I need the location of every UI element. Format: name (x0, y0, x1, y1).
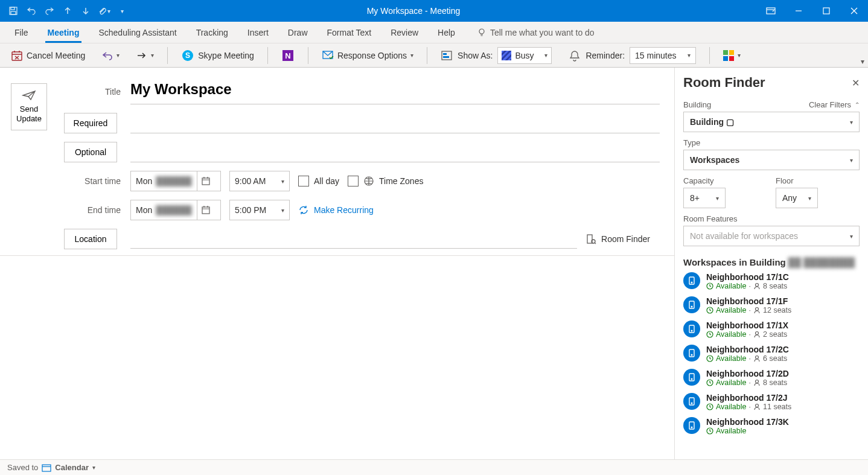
tab-tracking[interactable]: Tracking (187, 22, 238, 43)
collapse-ribbon-icon[interactable]: ▾ (861, 57, 864, 66)
ribbon-display-icon[interactable] (757, 0, 785, 22)
clock-icon (706, 379, 713, 386)
undo-icon[interactable] (23, 2, 40, 19)
workspace-name: Neighborhood 17/2C (706, 345, 789, 354)
floor-select[interactable]: Any▾ (776, 188, 818, 208)
workspace-item[interactable]: Neighborhood 17/2C Available · 6 seats (683, 345, 860, 363)
workspace-item[interactable]: Neighborhood 17/3K Available (683, 417, 860, 435)
cancel-icon (11, 49, 23, 62)
reminder-select[interactable]: 15 minutes ▾ (630, 47, 696, 64)
tab-file[interactable]: File (5, 22, 38, 43)
calendar-icon (42, 464, 51, 472)
next-item-icon[interactable] (77, 2, 94, 19)
workspace-item[interactable]: Neighborhood 17/1X Available · 2 seats (683, 320, 860, 339)
calendar-icon[interactable] (197, 200, 215, 220)
calendar-icon[interactable] (197, 171, 215, 191)
svg-text:N: N (285, 51, 290, 60)
building-label: Building (683, 100, 711, 109)
workspace-item[interactable]: Neighborhood 17/2D Available · 8 seats (683, 369, 860, 387)
show-as-select[interactable]: Busy ▾ (497, 47, 552, 64)
body-editor[interactable] (0, 255, 674, 459)
tab-insert[interactable]: Insert (238, 22, 278, 43)
minimize-icon[interactable] (785, 0, 812, 22)
workspace-item[interactable]: Neighborhood 17/2J Available · 11 seats (683, 393, 860, 411)
svg-rect-19 (443, 56, 449, 58)
building-select[interactable]: Building ▢▾ (683, 112, 860, 132)
end-time-label: End time (64, 205, 124, 215)
workspace-name: Neighborhood 17/3K (706, 417, 789, 427)
required-field[interactable] (130, 113, 660, 133)
onenote-button[interactable]: N (278, 46, 298, 65)
svg-rect-52 (42, 465, 51, 471)
clock-icon (706, 403, 713, 410)
clear-filters-link[interactable]: Clear Filters⌃ (809, 100, 860, 109)
all-day-checkbox[interactable]: All day (298, 176, 339, 186)
attach-icon[interactable]: ▾ (95, 2, 112, 19)
features-label: Room Features (683, 214, 860, 223)
prev-item-icon[interactable] (59, 2, 76, 19)
start-date-picker[interactable]: Mon██████ (130, 171, 221, 191)
title-input[interactable] (130, 78, 660, 104)
response-options-button[interactable]: Response Options ▾ (318, 47, 417, 64)
workspace-item[interactable]: Neighborhood 17/1C Available · 8 seats (683, 272, 860, 290)
redo-icon[interactable] (41, 2, 58, 19)
save-icon[interactable] (5, 2, 22, 19)
make-recurring-link[interactable]: Make Recurring (298, 205, 374, 215)
tab-scheduling[interactable]: Scheduling Assistant (89, 22, 186, 43)
svg-point-40 (756, 356, 759, 359)
location-button[interactable]: Location (64, 229, 117, 249)
start-time-select[interactable]: 9:00 AM▾ (229, 171, 290, 191)
window-title: My Workspace - Meeting (130, 6, 757, 16)
svg-point-36 (756, 332, 759, 335)
undo-split-button[interactable]: ▾ (98, 48, 123, 63)
maximize-icon[interactable] (812, 0, 840, 22)
send-update-button[interactable]: Send Update (11, 83, 47, 130)
pane-close-icon[interactable]: ✕ (852, 77, 860, 89)
workspace-item[interactable]: Neighborhood 17/1F Available · 12 seats (683, 296, 860, 314)
categorize-button[interactable]: ▾ (720, 48, 744, 63)
optional-field[interactable] (130, 142, 660, 162)
type-select[interactable]: Workspaces▾ (683, 150, 860, 170)
svg-rect-22 (202, 207, 209, 214)
saved-to-calendar[interactable]: Calendar (55, 463, 89, 472)
undo-icon (102, 51, 113, 60)
tab-format[interactable]: Format Text (318, 22, 381, 43)
tab-draw[interactable]: Draw (278, 22, 318, 43)
cancel-meeting-button[interactable]: Cancel Meeting (7, 47, 89, 64)
workspace-icon (683, 369, 700, 386)
tab-review[interactable]: Review (381, 22, 428, 43)
location-field[interactable] (130, 229, 577, 249)
workspaces-list: Neighborhood 17/1C Available · 8 seats N… (683, 272, 860, 459)
svg-rect-1 (11, 7, 14, 10)
tell-me-search[interactable]: Tell me what you want to do (477, 22, 595, 43)
show-as-icon (441, 49, 453, 62)
workspace-name: Neighborhood 17/2J (706, 393, 791, 403)
room-finder-button[interactable]: Room Finder (586, 234, 660, 244)
chevron-down-icon[interactable]: ▾ (92, 464, 95, 471)
workspace-name: Neighborhood 17/1C (706, 272, 789, 282)
workspaces-heading: Workspaces in Building██ ████████ (683, 257, 860, 267)
floor-label: Floor (776, 176, 860, 185)
tab-help[interactable]: Help (428, 22, 465, 43)
end-time-select[interactable]: 5:00 PM▾ (229, 200, 290, 220)
svg-rect-20 (202, 178, 209, 185)
customize-qat-icon[interactable]: ▾ (113, 2, 130, 19)
time-zones-checkbox[interactable]: Time Zones (348, 176, 423, 186)
required-button[interactable]: Required (64, 113, 117, 133)
skype-meeting-button[interactable]: S Skype Meeting (177, 46, 258, 65)
redo-split-button[interactable]: ▾ (133, 48, 158, 63)
tab-meeting[interactable]: Meeting (38, 22, 89, 43)
end-date-picker[interactable]: Mon██████ (130, 200, 221, 220)
svg-rect-3 (767, 8, 775, 14)
ribbon-tabs: File Meeting Scheduling Assistant Tracki… (0, 22, 868, 43)
svg-point-38 (691, 354, 692, 355)
lightbulb-icon (477, 28, 487, 37)
person-icon (753, 355, 761, 362)
svg-text:S: S (185, 51, 190, 60)
optional-button[interactable]: Optional (64, 142, 117, 162)
pane-title: Room Finder (683, 75, 765, 91)
close-icon[interactable] (840, 0, 868, 22)
globe-icon (363, 176, 374, 186)
response-icon (322, 49, 334, 62)
capacity-select[interactable]: 8+▾ (683, 188, 726, 208)
